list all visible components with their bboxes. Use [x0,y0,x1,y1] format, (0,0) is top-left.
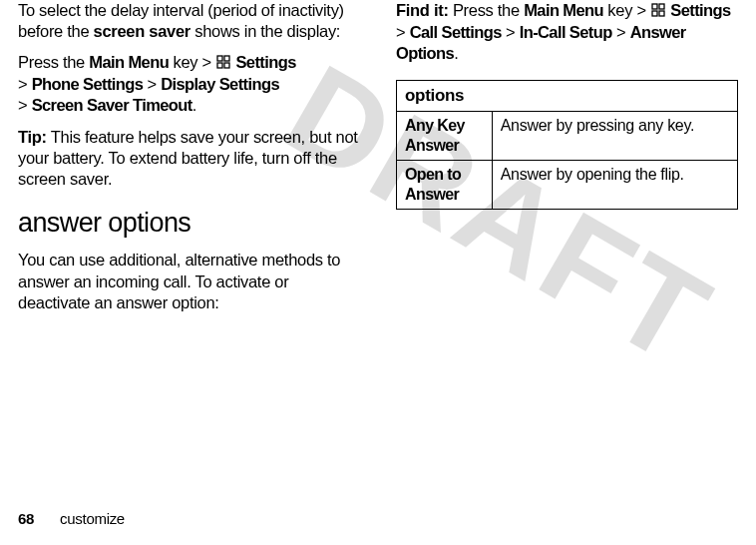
answer-options-body: You can use additional, alternative meth… [18,250,360,312]
svg-rect-7 [659,11,664,16]
svg-rect-3 [224,63,229,68]
text: shows in the display: [190,22,340,40]
gt: > [18,75,32,93]
screensaver-intro: To select the delay interval (period of … [18,0,360,42]
option-desc: Answer by pressing any key. [492,111,737,160]
text: key > [603,1,650,19]
options-header: options [397,81,738,111]
answer-options-heading: answer options [18,206,360,241]
svg-rect-4 [652,4,657,9]
findit-path: Find it: Press the Main Menu key > Setti… [396,0,738,64]
mainmenu-label: Main Menu [89,53,169,71]
tip-paragraph: Tip: This feature helps save your screen… [18,127,360,190]
sep: > [143,75,161,93]
screensaver-path: Press the Main Menu key > Settings > Pho… [18,52,360,116]
section-name: customize [60,510,125,527]
screensaver-bold: screen saver [94,22,190,40]
display-settings-label: Display Settings [161,75,279,93]
svg-rect-1 [224,56,229,61]
left-column: To select the delay interval (period of … [18,0,364,323]
tip-label: Tip: [18,128,47,146]
screen-saver-timeout-label: Screen Saver Timeout [32,96,192,114]
option-desc: Answer by opening the flip. [492,160,737,209]
period: . [192,96,196,114]
sep: > [612,23,630,41]
option-name: Any Key Answer [397,111,493,160]
incall-setup-label: In-Call Setup [520,23,612,41]
page-footer: 68customize [18,510,125,527]
findit-label: Find it: [396,1,449,19]
table-row: Any Key Answer Answer by pressing any ke… [397,111,738,160]
gt: > [18,96,32,114]
call-settings-label: Call Settings [410,23,502,41]
settings-icon [651,1,665,22]
gt: > [396,23,410,41]
settings-label: Settings [235,53,295,71]
svg-rect-2 [217,63,222,68]
period: . [454,44,458,62]
table-row: Open to Answer Answer by opening the fli… [397,160,738,209]
right-column: Find it: Press the Main Menu key > Setti… [392,0,738,323]
table-header-row: options [397,81,738,111]
tip-body: This feature helps save your screen, but… [18,128,358,188]
svg-rect-6 [652,11,657,16]
svg-rect-0 [217,56,222,61]
svg-rect-5 [659,4,664,9]
settings-icon [216,53,230,74]
content-columns: To select the delay interval (period of … [0,0,756,323]
options-table: options Any Key Answer Answer by pressin… [396,80,738,209]
text: Press the [449,1,525,19]
phone-settings-label: Phone Settings [32,75,144,93]
settings-label: Settings [670,1,730,19]
text: Press the [18,53,89,71]
text: key > [169,53,215,71]
option-name: Open to Answer [397,160,493,209]
sep: > [502,23,520,41]
page-number: 68 [18,510,34,527]
mainmenu-label: Main Menu [524,1,603,19]
